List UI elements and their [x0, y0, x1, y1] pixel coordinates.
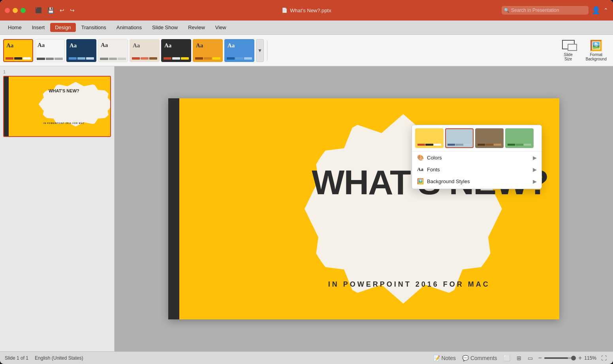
reading-view-button[interactable]: ▭ — [526, 354, 534, 362]
theme-thumb-4[interactable]: Aa — [98, 39, 128, 62]
app-window: ⬛ 💾 ↩ ↪ 📄 What's New?.pptx 🔍 👤 ⌃ Home In… — [0, 0, 613, 364]
notes-label: Notes — [441, 355, 456, 361]
search-icon: 🔍 — [504, 8, 510, 13]
more-themes-button[interactable]: ▼ — [256, 39, 264, 62]
close-button[interactable] — [5, 8, 10, 13]
ribbon-divider — [267, 41, 267, 60]
colors-menu-item[interactable]: 🎨 Colors ▶ — [412, 152, 542, 163]
zoom-slider-fill — [544, 357, 568, 359]
theme-thumb-3[interactable]: Aa — [66, 39, 96, 62]
colors-icon: 🎨 — [417, 154, 424, 161]
format-bg-label: FormatBackground — [586, 53, 607, 61]
zoom-out-button[interactable]: − — [538, 355, 543, 362]
comments-label: Comments — [470, 355, 497, 361]
zoom-slider[interactable] — [544, 357, 576, 359]
fonts-menu-item[interactable]: Aa Fonts ▶ — [412, 163, 542, 175]
search-input[interactable] — [502, 6, 589, 15]
redo-icon[interactable]: ↪ — [68, 6, 76, 14]
slide-size-icon — [562, 40, 575, 49]
slide-stripe — [168, 98, 179, 319]
slide-thumbnail[interactable]: WHAT'S NEW? IN POWERPOINT 2016 FOR MAC — [3, 76, 111, 137]
zoom-knob — [571, 356, 576, 360]
fit-to-window-button[interactable]: ⛶ — [600, 354, 608, 362]
ribbon: Aa Aa Aa Aa — [0, 35, 613, 66]
theme-thumb-6[interactable]: Aa — [161, 39, 191, 62]
window-title: What's New?.pptx — [290, 8, 331, 13]
undo-icon[interactable]: ↩ — [58, 6, 66, 14]
fonts-arrow-icon: ▶ — [533, 167, 537, 173]
fonts-icon: Aa — [417, 166, 424, 173]
notes-icon: 📝 — [433, 355, 440, 361]
ribbon-actions: SlideSize 🖼️ FormatBackground — [559, 38, 610, 63]
toolbar-icons: ⬛ 💾 ↩ ↪ — [34, 6, 76, 14]
menu-view[interactable]: View — [211, 23, 231, 32]
zoom-in-button[interactable]: + — [577, 355, 583, 362]
titlebar-title-area: 📄 What's New?.pptx — [282, 8, 331, 13]
slide-size-label: SlideSize — [564, 53, 573, 61]
bg-styles-arrow-icon: ▶ — [533, 178, 537, 184]
menu-slideshow[interactable]: Slide Show — [147, 23, 182, 32]
canvas-area: WHAT'S NEW? IN POWERPOINT 2016 FOR MAC — [115, 66, 613, 351]
maximize-button[interactable] — [21, 8, 26, 13]
menubar: Home Insert Design Transitions Animation… — [0, 21, 613, 35]
comments-button[interactable]: 💬 Comments — [461, 354, 499, 362]
colors-label: Colors — [427, 155, 442, 161]
variant-thumb-3[interactable] — [475, 128, 504, 148]
search-wrapper: 🔍 — [502, 6, 589, 15]
slide-panel: 1 WHAT'S NEW? IN POWERPOINT 2016 FOR MAC — [0, 66, 115, 351]
save-icon[interactable]: 💾 — [46, 6, 56, 14]
menu-transitions[interactable]: Transitions — [77, 23, 111, 32]
expand-icon[interactable]: ⌃ — [604, 7, 608, 13]
theme-dropdown-popup: 🎨 Colors ▶ Aa Fonts ▶ 🖼️ Background Styl… — [412, 125, 542, 189]
slide-size-button[interactable]: SlideSize — [559, 38, 578, 63]
titlebar: ⬛ 💾 ↩ ↪ 📄 What's New?.pptx 🔍 👤 ⌃ — [0, 0, 613, 21]
slide-thumb-title: WHAT'S NEW? — [23, 88, 105, 93]
slide-number: 1 — [3, 69, 111, 74]
statusbar: Slide 1 of 1 English (United States) 📝 N… — [0, 351, 613, 364]
variant-thumb-2[interactable] — [445, 128, 474, 148]
theme-thumb-1[interactable]: Aa — [3, 39, 33, 62]
notes-button[interactable]: 📝 Notes — [432, 354, 457, 362]
slide-thumb-subtitle: IN POWERPOINT 2016 FOR MAC — [23, 122, 105, 124]
dropdown-themes-row — [412, 125, 542, 152]
theme-thumb-2[interactable]: Aa — [35, 39, 65, 62]
slide-subtitle: IN POWERPOINT 2016 FOR MAC — [328, 280, 490, 289]
language-info: English (United States) — [35, 355, 83, 361]
person-icon[interactable]: 👤 — [592, 6, 600, 15]
bg-styles-label: Background Styles — [427, 178, 470, 184]
menu-insert[interactable]: Insert — [27, 23, 50, 32]
format-bg-icon: 🖼️ — [590, 39, 602, 52]
zoom-control: − + 115% — [538, 355, 596, 362]
traffic-lights — [5, 8, 26, 13]
slide-info: Slide 1 of 1 — [5, 355, 28, 361]
zoom-value: 115% — [584, 355, 596, 361]
colors-arrow-icon: ▶ — [533, 155, 537, 161]
theme-thumb-7[interactable]: Aa — [193, 39, 223, 62]
variant-thumb-4[interactable] — [505, 128, 534, 148]
theme-thumb-5[interactable]: Aa — [130, 39, 160, 62]
bg-styles-menu-item[interactable]: 🖼️ Background Styles ▶ — [412, 175, 542, 187]
titlebar-right: 🔍 👤 ⌃ — [502, 6, 608, 15]
statusbar-right: 📝 Notes 💬 Comments ⬜ ⊞ ▭ − + 115% ⛶ — [432, 354, 608, 362]
slide-sorter-button[interactable]: ⊞ — [515, 354, 523, 362]
variant-thumb-1[interactable] — [415, 128, 444, 148]
fonts-label: Fonts — [427, 167, 440, 173]
file-icon[interactable]: ⬛ — [34, 6, 43, 14]
menu-animations[interactable]: Animations — [112, 23, 147, 32]
file-type-icon: 📄 — [282, 8, 288, 13]
format-background-button[interactable]: 🖼️ FormatBackground — [583, 38, 610, 63]
menu-home[interactable]: Home — [3, 23, 26, 32]
main-area: 1 WHAT'S NEW? IN POWERPOINT 2016 FOR MAC… — [0, 66, 613, 351]
normal-view-button[interactable]: ⬜ — [502, 354, 512, 362]
menu-review[interactable]: Review — [183, 23, 210, 32]
menu-design[interactable]: Design — [50, 23, 75, 32]
bg-styles-icon: 🖼️ — [417, 178, 424, 184]
minimize-button[interactable] — [13, 8, 18, 13]
theme-thumb-8[interactable]: Aa — [224, 39, 254, 62]
comments-icon: 💬 — [462, 355, 469, 361]
